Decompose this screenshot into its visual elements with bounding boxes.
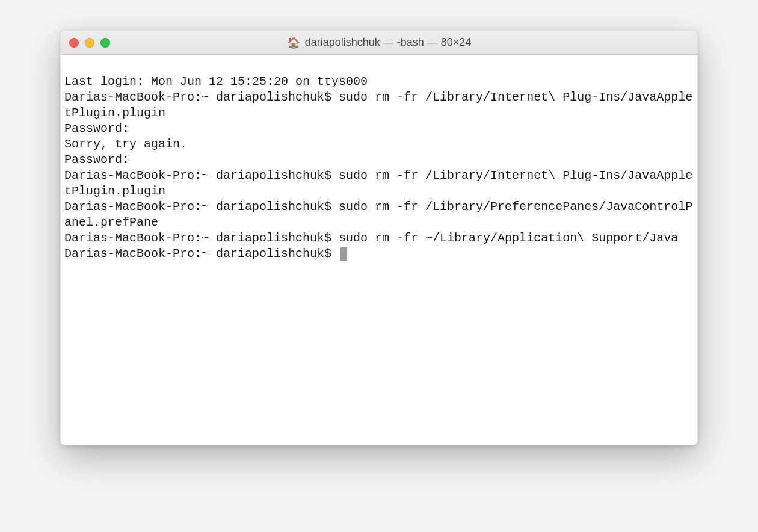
traffic-lights — [69, 38, 110, 48]
terminal-line: Darias-MacBook-Pro:~ dariapolishchuk$ su… — [64, 168, 694, 199]
terminal-line: Darias-MacBook-Pro:~ dariapolishchuk$ su… — [64, 90, 694, 121]
terminal-prompt: Darias-MacBook-Pro:~ dariapolishchuk$ — [64, 247, 339, 261]
window-title: 🏠 dariapolishchuk — -bash — 80×24 — [61, 36, 697, 49]
terminal-prompt-line: Darias-MacBook-Pro:~ dariapolishchuk$ — [64, 246, 694, 262]
terminal-window: 🏠 dariapolishchuk — -bash — 80×24 Last l… — [60, 30, 698, 445]
terminal-line: Darias-MacBook-Pro:~ dariapolishchuk$ su… — [64, 199, 694, 230]
terminal-body[interactable]: Last login: Mon Jun 12 15:25:20 on ttys0… — [61, 55, 697, 445]
cursor — [340, 247, 347, 261]
terminal-line: Last login: Mon Jun 12 15:25:20 on ttys0… — [64, 74, 694, 90]
terminal-line: Darias-MacBook-Pro:~ dariapolishchuk$ su… — [64, 230, 694, 246]
zoom-button[interactable] — [100, 38, 110, 48]
terminal-line: Sorry, try again. — [64, 137, 694, 152]
window-title-text: dariapolishchuk — -bash — 80×24 — [305, 36, 472, 49]
titlebar: 🏠 dariapolishchuk — -bash — 80×24 — [61, 31, 697, 55]
minimize-button[interactable] — [85, 38, 94, 48]
home-icon: 🏠 — [287, 37, 300, 48]
terminal-line: Password: — [64, 152, 694, 168]
terminal-line: Password: — [64, 121, 694, 137]
close-button[interactable] — [69, 38, 79, 48]
